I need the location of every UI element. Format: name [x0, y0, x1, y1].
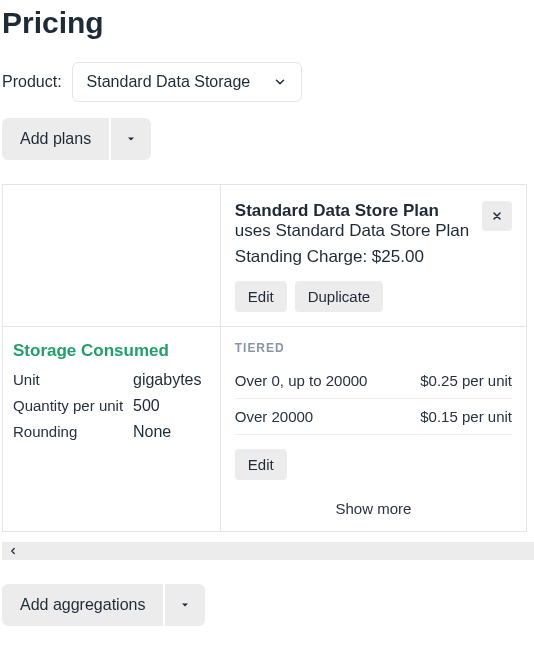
empty-cell	[3, 185, 221, 327]
plan-standing-charge: Standing Charge: $25.00	[235, 247, 469, 267]
tier-price: $0.15 per unit	[420, 408, 512, 425]
agg-val-rounding: None	[133, 423, 210, 441]
product-selected-value: Standard Data Storage	[87, 73, 251, 91]
tier-price: $0.25 per unit	[420, 372, 512, 389]
plan-close-button[interactable]	[482, 201, 512, 231]
pricing-table: Standard Data Store Plan uses Standard D…	[2, 184, 527, 532]
product-label: Product:	[2, 73, 62, 91]
caret-down-icon	[125, 133, 137, 145]
add-aggregations-button[interactable]: Add aggregations	[2, 584, 163, 626]
tier-cell: TIERED Over 0, up to 20000 $0.25 per uni…	[221, 327, 526, 531]
aggregation-cell: Storage Consumed Unit gigabytes Quantity…	[3, 327, 220, 457]
tier-range: Over 20000	[235, 408, 313, 425]
tier-show-more[interactable]: Show more	[235, 500, 512, 517]
close-icon	[491, 210, 503, 222]
horizontal-scrollbar[interactable]	[2, 542, 534, 560]
agg-key-unit: Unit	[13, 371, 133, 389]
plan-uses: uses Standard Data Store Plan	[235, 221, 469, 241]
add-aggregations-split-button: Add aggregations	[2, 584, 205, 626]
caret-down-icon	[179, 599, 191, 611]
tier-edit-button[interactable]: Edit	[235, 449, 287, 480]
agg-key-qty: Quantity per unit	[13, 397, 133, 415]
tier-caption: TIERED	[235, 341, 512, 355]
chevron-down-icon	[273, 75, 287, 89]
tier-row: Over 0, up to 20000 $0.25 per unit	[235, 363, 512, 399]
add-aggregations-caret-button[interactable]	[165, 584, 205, 626]
scroll-left-button[interactable]	[2, 542, 24, 560]
add-plans-split-button: Add plans	[2, 118, 151, 160]
agg-val-unit: gigabytes	[133, 371, 210, 389]
plan-edit-button[interactable]: Edit	[235, 281, 287, 312]
product-row: Product: Standard Data Storage	[2, 62, 532, 102]
page-title: Pricing	[2, 6, 532, 40]
aggregation-name[interactable]: Storage Consumed	[13, 341, 210, 361]
agg-val-qty: 500	[133, 397, 210, 415]
plan-duplicate-button[interactable]: Duplicate	[295, 281, 384, 312]
product-select[interactable]: Standard Data Storage	[72, 62, 302, 102]
agg-key-rounding: Rounding	[13, 423, 133, 441]
add-plans-caret-button[interactable]	[111, 118, 151, 160]
tier-row: Over 20000 $0.15 per unit	[235, 399, 512, 435]
add-plans-button[interactable]: Add plans	[2, 118, 109, 160]
chevron-left-icon	[8, 546, 18, 556]
plan-card: Standard Data Store Plan uses Standard D…	[221, 185, 526, 326]
tier-range: Over 0, up to 20000	[235, 372, 368, 389]
plan-title: Standard Data Store Plan	[235, 201, 469, 221]
